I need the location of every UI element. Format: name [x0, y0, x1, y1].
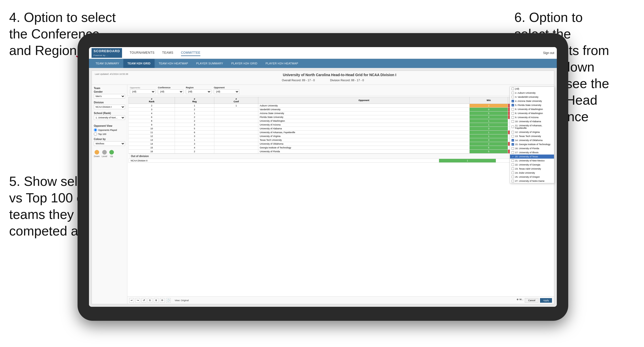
checkbox[interactable] — [512, 135, 514, 137]
redo-btn[interactable]: ↪ — [136, 298, 140, 303]
undo-btn[interactable]: ↩ — [129, 298, 134, 303]
dropdown-item[interactable]: 10. University of Alabama — [510, 119, 554, 123]
opponent-select[interactable]: (All) — [214, 89, 239, 94]
cell-conf — [214, 108, 258, 112]
cancel-button[interactable]: Cancel — [525, 298, 538, 303]
tab-player-h2h-heatmap[interactable]: PLAYER H2H HEATMAP — [261, 59, 302, 68]
dropdown-item[interactable]: 2. Auburn University — [510, 91, 554, 95]
copy-btn[interactable]: ⎘ — [148, 298, 152, 303]
dropdown-item[interactable]: 27. University of Notre Dame — [510, 179, 554, 183]
top-100-radio[interactable]: Top 100 — [94, 132, 125, 136]
checkbox[interactable] — [512, 172, 514, 174]
checkbox[interactable] — [512, 131, 514, 133]
dropdown-item[interactable]: 9. University of Arizona — [510, 115, 554, 119]
nav-teams[interactable]: TEAMS — [162, 50, 173, 56]
dropdown-item[interactable]: 12. University of Virginia — [510, 130, 554, 134]
checkbox[interactable]: ✓ — [512, 100, 514, 102]
nav-signout[interactable]: Sign out — [543, 51, 554, 55]
main-table: #Rank #Reg #Conf Opponent Win Loss — [128, 97, 553, 154]
checkbox[interactable] — [512, 159, 514, 162]
dropdown-item[interactable]: 16. University of Florida — [510, 146, 554, 150]
table-row: 13 1 Texas Tech University 3 0 — [129, 138, 553, 142]
viz-toolbar: ↩ ↪ ↺ ⎘ ⏸ ⟳ 🕐 View: Original ⊕ W... Canc… — [127, 296, 554, 304]
tab-player-h2h-grid[interactable]: PLAYER H2H GRID — [227, 59, 262, 68]
level-dot — [102, 150, 107, 155]
opponent-dropdown[interactable]: (All)2. Auburn University3. Vanderbilt U… — [510, 87, 554, 183]
dropdown-item[interactable]: (All) — [510, 87, 554, 91]
checkbox[interactable] — [512, 88, 514, 90]
dropdown-item[interactable]: 17. University of Illinois — [510, 150, 554, 155]
region-filter-label: Region — [186, 86, 211, 89]
dropdown-item[interactable]: ✓4. Arizona State University — [510, 99, 554, 103]
division-select[interactable]: NCAA Division I — [94, 105, 125, 109]
checkbox[interactable] — [512, 116, 514, 119]
dropdown-item-label: 8. University of Washington — [515, 112, 543, 115]
dropdown-item[interactable]: 23. Texas A&M University — [510, 167, 554, 171]
dropdown-item-label: 25. University of Oregon — [515, 176, 540, 178]
dropdown-item[interactable]: 13. Texas Tech University — [510, 134, 554, 138]
tab-team-h2h-grid[interactable]: TEAM H2H GRID — [123, 59, 155, 68]
cell-rank: 3 — [129, 108, 175, 112]
nav-tournaments[interactable]: TOURNAMENTS — [130, 50, 155, 56]
filter-conference: Conference (All) — [158, 86, 183, 94]
dropdown-item-label: 3. Vanderbilt University — [515, 96, 538, 98]
dropdown-item[interactable]: 22. University of Georgia — [510, 163, 554, 167]
dropdown-item[interactable]: 28. The Ohio State University — [510, 183, 554, 183]
checkbox[interactable] — [512, 92, 514, 94]
dropdown-item[interactable]: ✓5. Florida State University — [510, 103, 554, 107]
conference-select[interactable]: (All) — [158, 89, 183, 94]
nav-committee[interactable]: COMMITTEE — [181, 50, 201, 56]
tab-team-summary[interactable]: TEAM SUMMARY — [92, 59, 123, 68]
region-select[interactable]: (All) — [186, 89, 211, 94]
checkbox[interactable] — [512, 168, 514, 170]
viz-title: University of North Carolina Head-to-Hea… — [128, 73, 551, 77]
gender-label: Gender — [94, 90, 125, 93]
table-row: 9 3 University of Arizona 1 0 — [129, 123, 553, 127]
dropdown-item[interactable]: ✓20. University of Texas — [510, 155, 554, 159]
cell-conf — [214, 146, 258, 150]
checkbox[interactable]: ✓ — [512, 155, 514, 158]
dropdown-item[interactable]: ✓15. Georgia Institute of Technology — [510, 142, 554, 146]
dropdown-item[interactable]: 3. Vanderbilt University — [510, 95, 554, 99]
dropdown-item[interactable]: 8. University of Washington — [510, 111, 554, 115]
dropdown-item[interactable]: 6. University of Washington — [510, 107, 554, 111]
checkbox[interactable] — [512, 176, 514, 178]
checkbox[interactable] — [512, 180, 514, 182]
checkbox[interactable] — [512, 120, 514, 123]
dropdown-item[interactable]: 11. University of Arkansas, Fayetteville — [510, 123, 554, 130]
dropdown-item[interactable]: 21. University of New Mexico — [510, 159, 554, 163]
checkbox[interactable] — [512, 163, 514, 166]
checkbox[interactable]: ✓ — [512, 104, 514, 106]
cell-opponent: Arizona State University — [258, 112, 470, 115]
opponents-played-radio[interactable]: Opponents Played — [94, 128, 125, 132]
out-div-win: 1 — [439, 159, 496, 163]
checkbox[interactable] — [512, 112, 514, 115]
cell-win: 2 — [470, 104, 508, 108]
gender-select[interactable]: Men's Women's — [94, 94, 125, 99]
dropdown-item[interactable]: 25. University of Oregon — [510, 175, 554, 179]
colour-by-select[interactable]: Win/loss — [94, 141, 125, 146]
sub-tabs-bar: TEAM SUMMARY TEAM H2H GRID TEAM H2H HEAT… — [89, 59, 557, 68]
dropdown-item-label: 4. Arizona State University — [515, 100, 542, 102]
dropdown-item[interactable]: ✓14. University of Oklahoma — [510, 138, 554, 142]
pause-btn[interactable]: ⏸ — [154, 298, 158, 303]
checkbox[interactable] — [512, 126, 514, 128]
reset-btn[interactable]: ↺ — [142, 298, 146, 303]
tab-player-summary[interactable]: PLAYER SUMMARY — [192, 59, 227, 68]
checkbox[interactable]: ✓ — [512, 143, 514, 146]
clock-btn[interactable]: 🕐 — [166, 298, 171, 303]
checkbox[interactable]: ✓ — [512, 139, 514, 142]
cell-rank: 16 — [129, 150, 175, 154]
dropdown-item[interactable]: 24. Duke University — [510, 171, 554, 175]
checkbox[interactable] — [512, 151, 514, 154]
refresh-btn[interactable]: ⟳ — [160, 298, 164, 303]
checkbox[interactable] — [512, 96, 514, 98]
apply-button[interactable]: Apply — [540, 298, 552, 303]
view-label: View: Original — [175, 299, 189, 302]
checkbox[interactable] — [512, 147, 514, 150]
checkbox[interactable] — [512, 108, 514, 110]
opponents-select[interactable]: (All) — [130, 89, 155, 94]
school-select[interactable]: 1. University of Nort... — [94, 115, 125, 120]
dropdown-item-label: 17. University of Illinois — [515, 151, 538, 154]
tab-team-h2h-heatmap[interactable]: TEAM H2H HEATMAP — [155, 59, 192, 68]
